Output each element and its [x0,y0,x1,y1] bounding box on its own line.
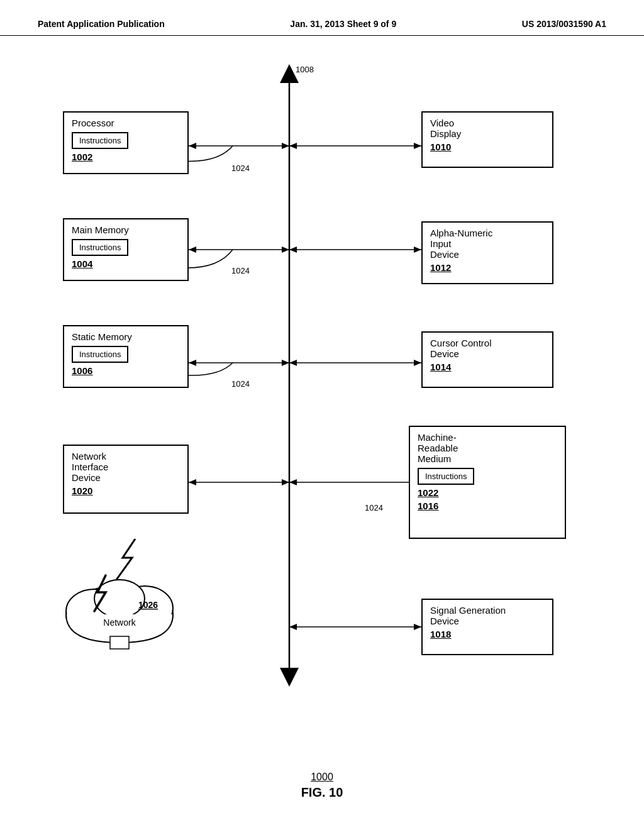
diagram-area: 1024 1024 1024 1024 1008 Processor Instr… [0,36,644,765]
main-memory-title: Main Memory [72,224,180,235]
video-display-title: Video Display [430,118,545,139]
patent-header: Patent Application Publication Jan. 31, … [0,0,644,36]
network-interface-title: Network Interface Device [72,451,180,483]
svg-marker-25 [289,479,297,485]
machine-readable-instructions: Instructions [418,468,474,485]
svg-text:Network: Network [103,617,136,628]
svg-marker-10 [189,246,196,253]
video-display-box: Video Display 1010 [421,111,553,168]
svg-marker-8 [414,143,421,149]
svg-marker-1 [280,64,299,83]
header-right: US 2013/0031590 A1 [522,19,606,29]
figure-label: FIG. 10 [6,785,638,800]
svg-marker-29 [414,624,421,630]
svg-marker-14 [414,246,421,253]
machine-readable-title: Machine- Readable Medium [418,432,557,464]
signal-generation-title: Signal Generation Device [430,605,545,626]
svg-text:1026: 1026 [138,600,158,610]
static-memory-id: 1006 [72,365,180,376]
page: Patent Application Publication Jan. 31, … [0,0,644,830]
processor-instructions: Instructions [72,132,128,149]
processor-box: Processor Instructions 1002 [63,111,189,174]
machine-readable-outer-box: Machine- Readable Medium Instructions 10… [409,426,566,539]
svg-text:1024: 1024 [231,266,250,275]
svg-text:1024: 1024 [365,503,383,512]
svg-marker-4 [189,143,196,149]
main-memory-box: Main Memory Instructions 1004 [63,218,189,281]
svg-marker-20 [414,360,421,366]
cursor-control-title: Cursor Control Device [430,338,545,359]
cursor-control-id: 1014 [430,362,545,372]
svg-marker-2 [280,668,299,687]
alpha-numeric-title: Alpha-Numeric Input Device [430,228,545,260]
static-memory-title: Static Memory [72,331,180,342]
network-interface-id: 1020 [72,485,180,496]
svg-marker-7 [289,143,297,149]
svg-marker-13 [289,246,297,253]
cursor-control-box: Cursor Control Device 1014 [421,331,553,388]
svg-marker-5 [282,143,289,149]
static-memory-instructions: Instructions [72,346,128,363]
video-display-id: 1010 [430,141,545,152]
svg-marker-19 [289,360,297,366]
alpha-numeric-id: 1012 [430,262,545,273]
svg-marker-28 [289,624,297,630]
network-cloud-container: Network 1026 [50,551,201,671]
figure-footer: 1000 FIG. 10 [0,765,644,819]
machine-readable-inner-id: 1022 [418,487,557,498]
header-center: Jan. 31, 2013 Sheet 9 of 9 [290,19,396,29]
svg-text:1024: 1024 [231,379,250,389]
svg-marker-11 [282,246,289,253]
svg-text:1024: 1024 [231,163,250,173]
main-memory-id: 1004 [72,258,180,269]
signal-generation-id: 1018 [430,629,545,639]
svg-rect-40 [110,636,129,649]
svg-text:1008: 1008 [296,65,314,74]
processor-id: 1002 [72,152,180,162]
alpha-numeric-box: Alpha-Numeric Input Device 1012 [421,221,553,284]
figure-number-underline: 1000 [6,772,638,783]
main-memory-instructions: Instructions [72,239,128,256]
processor-title: Processor [72,118,180,128]
machine-readable-outer-id: 1016 [418,501,557,511]
svg-marker-23 [282,479,289,485]
svg-marker-22 [189,479,196,485]
cloud-svg: Network 1026 [50,551,189,652]
svg-marker-17 [282,360,289,366]
network-interface-box: Network Interface Device 1020 [63,445,189,514]
header-left: Patent Application Publication [38,19,165,29]
svg-marker-16 [189,360,196,366]
signal-generation-box: Signal Generation Device 1018 [421,599,553,655]
static-memory-box: Static Memory Instructions 1006 [63,325,189,388]
